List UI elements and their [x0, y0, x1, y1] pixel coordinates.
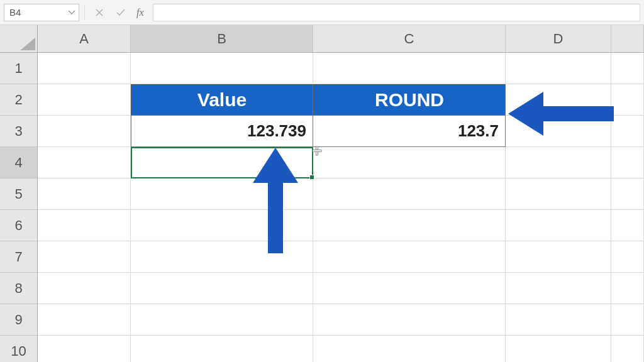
row-headers: 1 2 3 4 5 6 7 8 9 10 [0, 53, 38, 362]
cell-c2[interactable]: ROUND [313, 84, 506, 116]
cell-c6[interactable] [313, 210, 506, 241]
cell-a1[interactable] [38, 53, 131, 84]
cell-c4[interactable] [313, 147, 506, 178]
row-header-10[interactable]: 10 [0, 336, 37, 362]
cell-e10[interactable] [611, 336, 644, 362]
header-value-label: Value [197, 89, 247, 111]
column-header-c[interactable]: C [313, 25, 506, 52]
row-2: Value ROUND [38, 84, 644, 116]
row-header-6[interactable]: 6 [0, 210, 37, 241]
cell-d7[interactable] [506, 241, 611, 273]
cell-e7[interactable] [611, 241, 644, 273]
cancel-icon[interactable] [94, 7, 105, 18]
cell-b8[interactable] [131, 273, 313, 304]
cell-a6[interactable] [38, 210, 131, 241]
row-header-2[interactable]: 2 [0, 84, 37, 116]
cell-e1[interactable] [611, 53, 644, 84]
cell-c5[interactable] [313, 178, 506, 210]
cell-b10[interactable] [131, 336, 313, 362]
cell-c9[interactable] [313, 304, 506, 336]
cell-e4[interactable] [611, 147, 644, 178]
cell-d2[interactable] [506, 84, 611, 116]
cell-b7[interactable] [131, 241, 313, 273]
row-6 [38, 210, 644, 241]
row-9 [38, 304, 644, 336]
insert-function-icon[interactable]: fx [136, 7, 144, 18]
cell-a7[interactable] [38, 241, 131, 273]
cell-c1[interactable] [313, 53, 506, 84]
cell-a9[interactable] [38, 304, 131, 336]
row-7 [38, 241, 644, 273]
cell-c7[interactable] [313, 241, 506, 273]
separator [84, 5, 85, 20]
cell-a2[interactable] [38, 84, 131, 116]
row-3: 123.739 123.7 [38, 116, 644, 147]
row-5 [38, 178, 644, 210]
cell-d9[interactable] [506, 304, 611, 336]
cell-d1[interactable] [506, 53, 611, 84]
formula-bar-buttons: fx [90, 7, 148, 18]
column-header-e[interactable] [611, 25, 644, 52]
row-header-5[interactable]: 5 [0, 178, 37, 210]
enter-icon[interactable] [115, 7, 126, 18]
cell-a4[interactable] [38, 147, 131, 178]
spreadsheet-grid[interactable]: A B C D 1 2 3 4 5 6 7 8 9 10 Value ROUND [0, 25, 644, 362]
cell-b3[interactable]: 123.739 [131, 116, 313, 147]
cell-a10[interactable] [38, 336, 131, 362]
cell-e9[interactable] [611, 304, 644, 336]
cell-d8[interactable] [506, 273, 611, 304]
cell-e5[interactable] [611, 178, 644, 210]
cell-b6[interactable] [131, 210, 313, 241]
cell-b1[interactable] [131, 53, 313, 84]
cell-c3[interactable]: 123.7 [313, 116, 506, 147]
header-round-label: ROUND [375, 89, 444, 111]
formula-input[interactable] [153, 4, 640, 21]
name-box-value: B4 [9, 7, 21, 18]
row-1 [38, 53, 644, 84]
row-header-3[interactable]: 3 [0, 116, 37, 147]
cell-c10[interactable] [313, 336, 506, 362]
value-original: 123.739 [247, 121, 306, 141]
row-header-1[interactable]: 1 [0, 53, 37, 84]
cell-d10[interactable] [506, 336, 611, 362]
column-headers: A B C D [38, 25, 644, 53]
cell-a8[interactable] [38, 273, 131, 304]
cells-area: Value ROUND 123.739 123.7 [38, 53, 644, 362]
cell-d5[interactable] [506, 178, 611, 210]
row-header-7[interactable]: 7 [0, 241, 37, 273]
cell-e3[interactable] [611, 116, 644, 147]
column-header-d[interactable]: D [506, 25, 611, 52]
cell-b2[interactable]: Value [131, 84, 313, 116]
row-8 [38, 273, 644, 304]
cell-e6[interactable] [611, 210, 644, 241]
cell-d3[interactable] [506, 116, 611, 147]
row-header-8[interactable]: 8 [0, 273, 37, 304]
row-header-9[interactable]: 9 [0, 304, 37, 336]
column-header-b[interactable]: B [131, 25, 313, 52]
row-10 [38, 336, 644, 362]
cell-e2[interactable] [611, 84, 644, 116]
cell-a5[interactable] [38, 178, 131, 210]
cell-e8[interactable] [611, 273, 644, 304]
row-header-4[interactable]: 4 [0, 147, 37, 178]
value-rounded: 123.7 [458, 121, 499, 141]
name-box-dropdown-icon[interactable] [67, 8, 76, 17]
cell-d4[interactable] [506, 147, 611, 178]
column-header-a[interactable]: A [38, 25, 131, 52]
cell-b4[interactable] [131, 147, 313, 178]
cell-c8[interactable] [313, 273, 506, 304]
cell-d6[interactable] [506, 210, 611, 241]
cell-b9[interactable] [131, 304, 313, 336]
row-4 [38, 147, 644, 178]
name-box[interactable]: B4 [4, 4, 79, 21]
cell-b5[interactable] [131, 178, 313, 210]
formula-bar: B4 fx [0, 0, 644, 25]
cell-a3[interactable] [38, 116, 131, 147]
select-all-corner[interactable] [0, 25, 38, 53]
